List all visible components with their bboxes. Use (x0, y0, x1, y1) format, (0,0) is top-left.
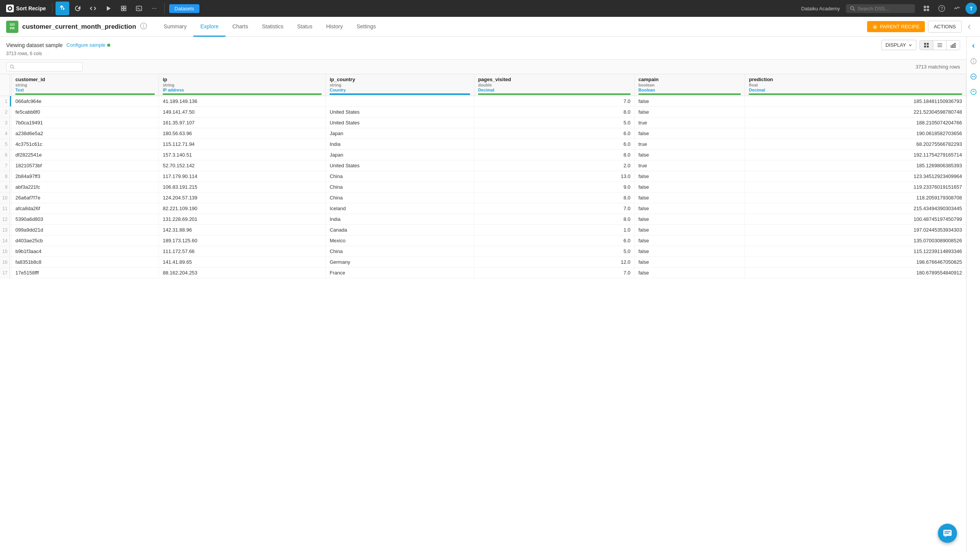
cell-pages-visited: 7.0 (474, 203, 634, 214)
cell-pages-visited: 8.0 (474, 150, 634, 160)
more-icon[interactable]: ··· (147, 2, 161, 15)
row-number: 3 (0, 118, 10, 128)
cell-prediction: 185.1269806385393 (745, 160, 966, 171)
table-row: 13 099a9dd21d 142.31.88.96 Canada 1.0 fa… (0, 225, 966, 235)
cell-campain: true (634, 160, 745, 171)
cell-pages-visited: 6.0 (474, 235, 634, 246)
configure-sample-link[interactable]: Configure sample (67, 42, 110, 48)
row-number: 17 (0, 268, 10, 278)
parent-recipe-button[interactable]: R PARENT RECIPE (867, 21, 925, 32)
parent-recipe-label: PARENT RECIPE (880, 24, 920, 29)
list-view-button[interactable] (933, 41, 947, 50)
refresh-icon[interactable] (71, 2, 85, 15)
cell-prediction: 123.34512923409964 (745, 171, 966, 182)
row-number: 6 (0, 150, 10, 160)
cell-ip: 41.189.149.136 (159, 96, 326, 107)
sidebar-info-icon[interactable] (967, 55, 980, 67)
table-search-icon (10, 64, 15, 69)
col-type-prediction: float (749, 83, 962, 87)
row-number: 5 (0, 139, 10, 150)
col-header-ip[interactable]: ip string IP address (159, 74, 326, 96)
cell-prediction: 115.12239114893346 (745, 246, 966, 257)
chat-floating-button[interactable] (938, 524, 957, 543)
cell-customer-id: 5390a6d803 (11, 214, 159, 225)
cell-pages-visited: 6.0 (474, 139, 634, 150)
col-header-ip-country[interactable]: ip_country string Country (326, 74, 474, 96)
tab-charts[interactable]: Charts (225, 17, 255, 37)
sidebar-collapse-icon[interactable] (965, 22, 974, 31)
col-header-pages-visited[interactable]: pages_visited double Decimal (474, 74, 634, 96)
help-icon[interactable]: ? (935, 2, 949, 15)
user-avatar[interactable]: T (965, 3, 977, 14)
grid-icon[interactable] (920, 2, 933, 15)
cell-ip-country: France (326, 268, 474, 278)
app-logo[interactable]: Sort Recipe (3, 5, 49, 12)
sidebar-arrow-icon[interactable] (967, 40, 980, 52)
cell-prediction: 118.2059179308708 (745, 193, 966, 203)
table-search-input[interactable] (17, 64, 78, 70)
cell-pages-visited: 7.0 (474, 268, 634, 278)
grid-view-button[interactable] (920, 41, 933, 50)
table-row: 11 afca8da26f 82.221.109.190 Iceland 7.0… (0, 203, 966, 214)
cell-pages-visited: 2.0 (474, 160, 634, 171)
svg-point-37 (973, 60, 974, 60)
tab-summary[interactable]: Summary (157, 17, 194, 37)
svg-line-34 (13, 68, 15, 69)
actions-button[interactable]: ACTIONS (928, 21, 962, 33)
tab-statistics[interactable]: Statistics (255, 17, 290, 37)
activity-icon[interactable] (950, 2, 964, 15)
cell-customer-id: abf3a221fc (11, 182, 159, 193)
col-meaning-ip: IP address (163, 88, 322, 92)
main-content: Viewing dataset sample Configure sample … (0, 37, 966, 552)
search-box[interactable] (846, 4, 915, 13)
tab-explore[interactable]: Explore (193, 17, 225, 37)
info-icon[interactable] (140, 23, 147, 31)
run-icon[interactable] (101, 2, 115, 15)
row-number: 2 (0, 107, 10, 118)
terminal-icon[interactable] (132, 2, 146, 15)
sidebar-link-icon[interactable] (967, 86, 980, 98)
svg-point-10 (851, 7, 854, 10)
cell-campain: false (634, 225, 745, 235)
code-icon[interactable] (86, 2, 100, 15)
col-header-customer-id[interactable]: customer_id string Text (11, 74, 159, 96)
cell-ip-country: India (326, 139, 474, 150)
table-search-box[interactable] (6, 62, 83, 72)
col-type-campain: boolean (639, 83, 741, 87)
col-meaning-ip-country: Country (330, 88, 470, 92)
sidebar-chat-icon[interactable] (967, 70, 980, 83)
col-name-ip-country: ip_country (330, 77, 470, 82)
cell-ip: 142.31.88.96 (159, 225, 326, 235)
search-input[interactable] (858, 6, 907, 11)
tab-settings[interactable]: Settings (350, 17, 383, 37)
cell-ip: 115.112.71.94 (159, 139, 326, 150)
cell-campain: false (634, 96, 745, 107)
dataset-type-icon: GD PR (6, 21, 18, 33)
col-header-campain[interactable]: campain boolean Boolean (634, 74, 745, 96)
cell-campain: false (634, 107, 745, 118)
col-header-prediction[interactable]: prediction float Decimal (745, 74, 966, 96)
tab-history[interactable]: History (319, 17, 350, 37)
svg-point-1 (9, 7, 11, 10)
data-table-container[interactable]: customer_id string Text ip string IP add… (0, 74, 966, 552)
flow-icon[interactable] (56, 2, 69, 15)
cell-ip: 117.179.90.114 (159, 171, 326, 182)
cell-campain: false (634, 235, 745, 246)
col-bar-ip (163, 93, 322, 95)
col-meaning-customer-id: Text (15, 88, 155, 92)
layers-icon[interactable] (117, 2, 131, 15)
col-type-ip: string (163, 83, 322, 87)
table-body: 1 066afc964e 41.189.149.136 7.0 false 18… (0, 96, 966, 278)
datasets-button[interactable]: Datasets (169, 4, 199, 13)
cell-pages-visited: 6.0 (474, 128, 634, 139)
col-bar-prediction (749, 93, 962, 95)
row-number: 16 (0, 257, 10, 268)
cell-ip: 180.56.63.96 (159, 128, 326, 139)
cell-ip: 82.221.109.190 (159, 203, 326, 214)
display-dropdown[interactable]: DISPLAY (881, 40, 916, 50)
cell-customer-id: fe5cabb8f0 (11, 107, 159, 118)
tab-status[interactable]: Status (290, 17, 319, 37)
nav-right-icons: ? T (920, 2, 977, 15)
chart-view-button[interactable] (947, 41, 960, 50)
col-name-ip: ip (163, 77, 322, 82)
